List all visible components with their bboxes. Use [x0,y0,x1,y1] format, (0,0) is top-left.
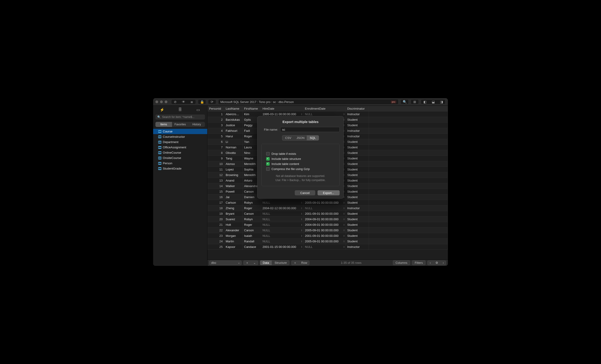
dialog-note-2: Use: File > Backup... for fully compatib… [266,178,335,182]
opt-gzip[interactable]: Compress the file using Gzip [266,167,335,171]
format-csv[interactable]: CSV [282,135,294,141]
file-name-input[interactable] [280,127,340,132]
opt-include-content[interactable]: Include table content [266,162,335,166]
format-json[interactable]: JSON [294,135,307,141]
dialog-note-1: Not all database features are supported. [266,174,335,178]
cancel-button[interactable]: Cancel [295,190,315,195]
opt-include-structure[interactable]: Include table structure [266,157,335,161]
file-name-label: File name: [261,128,278,131]
opt-drop-table[interactable]: Drop table if exists [266,152,335,155]
export-button[interactable]: Export... [318,190,340,195]
dialog-title: Export multiple tables [261,120,340,124]
export-dialog: Export multiple tables File name: CSVJSO… [257,116,344,199]
format-sql[interactable]: SQL [307,135,319,141]
